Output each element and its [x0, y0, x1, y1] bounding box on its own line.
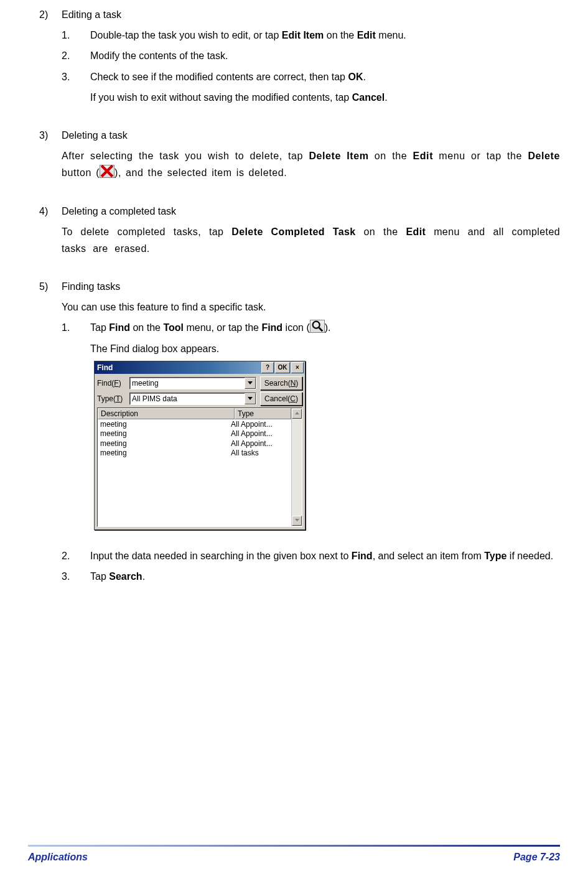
ok-button[interactable]: OK: [275, 362, 290, 373]
step-number: 1.: [62, 319, 90, 356]
type-label: Type(T): [97, 394, 129, 403]
step-number: 1.: [62, 27, 90, 44]
section-2-title: Editing a task: [62, 6, 560, 23]
delete-icon: [100, 165, 114, 178]
scrollbar[interactable]: [291, 408, 302, 526]
section-2-step-1: 1. Double-tap the task you wish to edit,…: [39, 27, 560, 44]
section-4-text: To delete completed tasks, tap Delete Co…: [62, 223, 560, 257]
results-header-type[interactable]: Type: [235, 408, 291, 419]
find-dialog: Find ? OK × Find(F) meeting Search(N) Ty…: [94, 361, 306, 530]
type-select[interactable]: All PIMS data: [129, 393, 256, 405]
close-button[interactable]: ×: [291, 362, 304, 373]
results-list: Description Type meetingAll Appoint... m…: [97, 407, 302, 527]
find-dialog-title: Find: [97, 363, 261, 372]
list-item: meetingAll Appoint...: [98, 419, 291, 429]
section-4-title: Deleting a completed task: [62, 203, 560, 220]
find-input[interactable]: meeting: [129, 377, 256, 389]
section-5-step-3: 3. Tap Search.: [39, 568, 560, 585]
section-4-number: 4): [39, 203, 62, 220]
results-rows[interactable]: meetingAll Appoint... meetingAll Appoint…: [98, 419, 291, 526]
section-3-header: 3) Deleting a task: [39, 127, 560, 144]
step-text: Modify the contents of the task.: [90, 47, 560, 64]
find-row: Find(F) meeting Search(N): [97, 376, 302, 390]
chevron-down-icon[interactable]: [245, 378, 256, 389]
section-5-step-2: 2. Input the data needed in searching in…: [39, 547, 560, 564]
step-text: Tap Find on the Tool menu, or tap the Fi…: [90, 319, 560, 356]
find-label: Find(F): [97, 379, 129, 388]
find-icon: [310, 320, 325, 333]
step-number: 2.: [62, 47, 90, 64]
step-text: Tap Search.: [90, 568, 560, 585]
svg-point-0: [312, 322, 319, 328]
section-5-header: 5) Finding tasks: [39, 278, 560, 295]
search-button[interactable]: Search(N): [260, 376, 302, 390]
section-3-number: 3): [39, 127, 62, 144]
find-dialog-titlebar: Find ? OK ×: [95, 361, 305, 374]
section-2-step-2: 2. Modify the contents of the task.: [39, 47, 560, 64]
list-item: meetingAll Appoint...: [98, 429, 291, 438]
section-5-step-1: 1. Tap Find on the Tool menu, or tap the…: [39, 319, 560, 356]
list-item: meetingAll tasks: [98, 448, 291, 457]
footer-left: Applications: [28, 849, 88, 865]
section-5-intro: You can use this feature to find a speci…: [39, 299, 560, 315]
scroll-up-icon[interactable]: [292, 409, 302, 419]
results-header-description[interactable]: Description: [98, 408, 235, 419]
cancel-button[interactable]: Cancel(C): [260, 392, 302, 406]
section-2-step-3: 3. Check to see if the modified contents…: [39, 68, 560, 106]
step-text: Check to see if the modified contents ar…: [90, 68, 560, 106]
section-5-title: Finding tasks: [62, 278, 560, 295]
section-4-body: To delete completed tasks, tap Delete Co…: [39, 223, 560, 257]
list-item: meetingAll Appoint...: [98, 439, 291, 448]
step-text: Input the data needed in searching in th…: [90, 547, 560, 564]
scroll-down-icon[interactable]: [292, 516, 302, 526]
chevron-down-icon[interactable]: [245, 393, 256, 404]
results-header: Description Type: [98, 408, 291, 419]
help-button[interactable]: ?: [261, 362, 274, 373]
section-4-header: 4) Deleting a completed task: [39, 203, 560, 220]
section-3-body: After selecting the task you wish to del…: [39, 147, 560, 181]
section-3-text: After selecting the task you wish to del…: [62, 147, 560, 181]
type-row: Type(T) All PIMS data Cancel(C): [97, 392, 302, 406]
step-number: 3.: [62, 568, 90, 585]
step-number: 3.: [62, 68, 90, 106]
section-2-number: 2): [39, 6, 62, 23]
section-2-header: 2) Editing a task: [39, 6, 560, 23]
step-number: 2.: [62, 547, 90, 564]
section-5-number: 5): [39, 278, 62, 295]
step-text: Double-tap the task you wish to edit, or…: [90, 27, 560, 44]
find-dialog-screenshot: Find ? OK × Find(F) meeting Search(N) Ty…: [94, 361, 560, 530]
section-3-title: Deleting a task: [62, 127, 560, 144]
page-footer: Applications Page 7-23: [28, 845, 560, 865]
footer-right: Page 7-23: [513, 849, 560, 865]
